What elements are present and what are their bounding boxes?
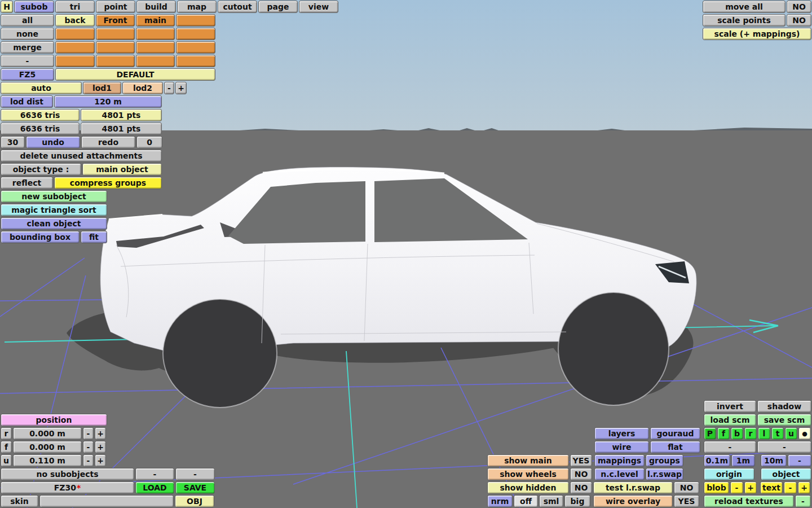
- channel-p-button[interactable]: P: [704, 427, 716, 440]
- text-plus-button[interactable]: +: [798, 481, 810, 494]
- fz5-button[interactable]: FZ5: [1, 68, 54, 81]
- grid-cell-empty[interactable]: [55, 41, 95, 54]
- subobject-dash-button[interactable]: -: [135, 468, 174, 480]
- move-all-button[interactable]: move all: [703, 1, 785, 13]
- new-subobject-button[interactable]: new subobject: [1, 190, 107, 203]
- grid-cell-empty[interactable]: [176, 55, 215, 67]
- fit-button[interactable]: fit: [81, 231, 107, 243]
- nrm-sml-button[interactable]: sml: [539, 495, 563, 507]
- object-type-value[interactable]: main object: [82, 163, 162, 176]
- tab-build[interactable]: build: [136, 1, 176, 13]
- invert-button[interactable]: invert: [704, 400, 756, 413]
- show-wheels-button[interactable]: show wheels: [487, 468, 569, 480]
- tab-h[interactable]: H: [1, 1, 13, 13]
- tab-view[interactable]: view: [299, 1, 338, 13]
- grid-cell-empty[interactable]: [136, 41, 175, 54]
- show-hidden-button[interactable]: show hidden: [487, 481, 569, 494]
- compress-groups-button[interactable]: compress groups: [54, 177, 162, 189]
- grid-cell-empty[interactable]: [96, 41, 135, 54]
- skin-button[interactable]: skin: [1, 495, 38, 507]
- f-minus-button[interactable]: -: [83, 441, 94, 453]
- clean-object-button[interactable]: clean object: [1, 217, 107, 230]
- delete-attachments-button[interactable]: delete unused attachments: [1, 150, 162, 162]
- test-lr-swap-button[interactable]: test l.r.swap: [593, 481, 673, 494]
- move-all-value[interactable]: NO: [787, 1, 811, 13]
- dash-button[interactable]: -: [704, 441, 756, 453]
- scale-points-button[interactable]: scale points: [703, 14, 785, 27]
- lod2-button[interactable]: lod2: [122, 82, 163, 94]
- channel-f-button[interactable]: f: [717, 427, 730, 440]
- grid-cell-empty[interactable]: [176, 41, 215, 54]
- nrm-big-button[interactable]: big: [564, 495, 590, 507]
- grid-dash-button[interactable]: -: [788, 454, 811, 467]
- position-f-value[interactable]: 0.000 m: [13, 441, 82, 453]
- grid-cell-empty[interactable]: [176, 28, 215, 40]
- flat-button[interactable]: flat: [650, 441, 700, 453]
- grid-cell-main[interactable]: main: [136, 14, 175, 27]
- channel-l-button[interactable]: l: [758, 427, 770, 440]
- lod-auto-button[interactable]: auto: [1, 82, 82, 94]
- tab-cutout[interactable]: cutout: [218, 1, 257, 13]
- r-plus-button[interactable]: +: [95, 427, 106, 440]
- channel-b-button[interactable]: b: [731, 427, 743, 440]
- reflect-button[interactable]: reflect: [1, 177, 53, 189]
- obj-export-button[interactable]: OBJ: [175, 495, 214, 507]
- blob-button[interactable]: blob: [704, 481, 729, 494]
- gouraud-button[interactable]: gouraud: [650, 427, 700, 440]
- redo-button[interactable]: redo: [81, 136, 135, 148]
- text-minus-button[interactable]: -: [784, 481, 797, 494]
- shadow-button[interactable]: shadow: [757, 400, 811, 413]
- wire-overlay-value[interactable]: YES: [674, 495, 699, 507]
- scale-points-value[interactable]: NO: [787, 14, 811, 27]
- channel-t-button[interactable]: t: [771, 427, 784, 440]
- show-main-value[interactable]: YES: [570, 454, 592, 467]
- undo-button[interactable]: undo: [26, 136, 80, 148]
- channel-r-button[interactable]: r: [744, 427, 757, 440]
- tab-subob[interactable]: subob: [14, 1, 54, 13]
- text-button[interactable]: text: [760, 481, 783, 494]
- lod1-button[interactable]: lod1: [83, 82, 121, 94]
- test-lr-swap-value[interactable]: NO: [674, 481, 699, 494]
- position-r-value[interactable]: 0.000 m: [13, 427, 82, 440]
- layers-button[interactable]: layers: [594, 427, 649, 440]
- merge-button[interactable]: merge: [1, 41, 54, 54]
- tab-page[interactable]: page: [258, 1, 298, 13]
- blob-minus-button[interactable]: -: [730, 481, 743, 494]
- channel-dot-button[interactable]: ●: [798, 427, 811, 440]
- mappings-button[interactable]: mappings: [594, 454, 645, 467]
- wire-button[interactable]: wire: [594, 441, 649, 453]
- lod-plus-button[interactable]: +: [175, 82, 187, 94]
- reload-textures-button[interactable]: reload textures: [704, 495, 794, 507]
- scale-mappings-button[interactable]: scale (+ mappings): [703, 28, 811, 40]
- grid-cell-front[interactable]: Front: [96, 14, 135, 27]
- tab-tri[interactable]: tri: [55, 1, 95, 13]
- skin-field[interactable]: [39, 495, 174, 507]
- grid-cell-empty[interactable]: [136, 28, 175, 40]
- blob-plus-button[interactable]: +: [744, 481, 757, 494]
- lr-swap-button[interactable]: l.r.swap: [646, 468, 683, 480]
- show-wheels-value[interactable]: NO: [570, 468, 592, 480]
- grid-cell-empty[interactable]: [55, 28, 95, 40]
- wire-overlay-button[interactable]: wire overlay: [593, 495, 673, 507]
- origin-button[interactable]: origin: [704, 468, 754, 480]
- grid-cell-empty[interactable]: [96, 28, 135, 40]
- lod-minus-button[interactable]: -: [164, 82, 174, 94]
- nrm-button[interactable]: nrm: [487, 495, 513, 507]
- tab-map[interactable]: map: [177, 1, 217, 13]
- u-plus-button[interactable]: +: [95, 454, 106, 467]
- subobject-dash-button[interactable]: -: [175, 468, 215, 480]
- channel-u-button[interactable]: u: [785, 427, 797, 440]
- groups-button[interactable]: groups: [646, 454, 683, 467]
- nc-level-button[interactable]: n.c.level: [594, 468, 645, 480]
- select-all-button[interactable]: all: [1, 14, 54, 27]
- save-button[interactable]: SAVE: [175, 481, 215, 494]
- f-plus-button[interactable]: +: [95, 441, 106, 453]
- object-button[interactable]: object: [761, 468, 811, 480]
- tab-point[interactable]: point: [96, 1, 135, 13]
- grid-cell-empty[interactable]: [55, 55, 95, 67]
- u-minus-button[interactable]: -: [83, 454, 94, 467]
- grid-cell-empty[interactable]: [176, 14, 215, 27]
- position-u-value[interactable]: 0.110 m: [13, 454, 82, 467]
- bounding-box-button[interactable]: bounding box: [1, 231, 80, 243]
- reload-dash-button[interactable]: -: [795, 495, 811, 507]
